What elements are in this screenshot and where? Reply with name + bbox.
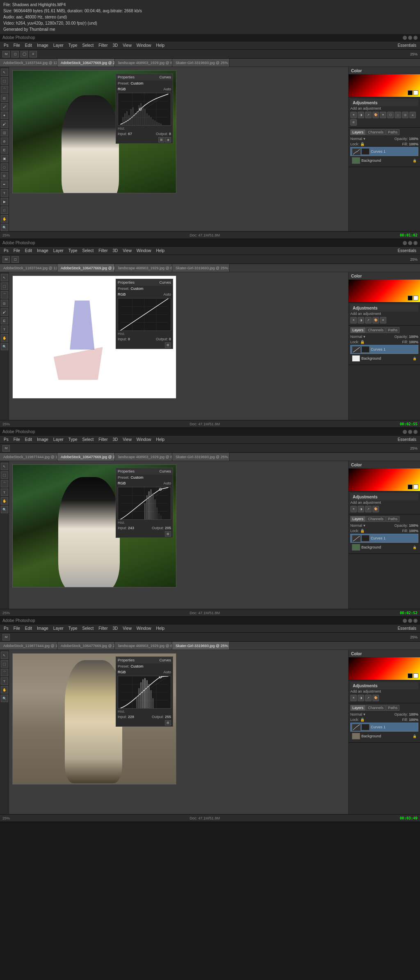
menu-help-2[interactable]: Help — [154, 248, 167, 253]
tab-4-0[interactable]: AdobeStock_119877444.jpg @ 12.5% (Curves… — [0, 642, 57, 650]
tool-4-5[interactable]: ✋ — [1, 686, 8, 693]
maximize-btn-1[interactable]: □ — [408, 36, 412, 40]
max-4[interactable]: □ — [408, 619, 412, 623]
tool-type[interactable]: T — [1, 189, 8, 197]
blend-mode-1[interactable]: Normal ▾ — [350, 137, 365, 141]
channel-label-1[interactable]: RGB — [118, 87, 126, 91]
tool-dodge[interactable]: ⊙ — [1, 172, 8, 179]
blend-4[interactable]: Normal ▾ — [350, 712, 365, 716]
tab-4-1[interactable]: AdobeStock_106477669.jpg @ 25% (Curves 1… — [57, 642, 115, 650]
menu-image-2[interactable]: Image — [35, 248, 50, 253]
tool-shape[interactable]: □ — [1, 207, 8, 214]
tool-type-2[interactable]: T — [1, 326, 8, 333]
layers-tab-1[interactable]: Layers — [350, 129, 365, 135]
menu-edit-2[interactable]: Edit — [23, 248, 34, 253]
tool-history[interactable]: ⊘ — [1, 138, 8, 145]
fg-4[interactable] — [408, 673, 413, 678]
menu-image[interactable]: Image — [35, 43, 50, 48]
tool-clone[interactable]: ◫ — [1, 129, 8, 136]
bg-3[interactable] — [413, 484, 418, 489]
tool-hand-2[interactable]: ✋ — [1, 334, 8, 342]
tool-brush-2[interactable]: 🖌 — [1, 308, 8, 316]
menu-3d-2[interactable]: 3D — [111, 248, 120, 253]
adj-4-4[interactable]: 🎨 — [372, 695, 379, 701]
layer-curves-2[interactable]: Curves 1 — [350, 345, 418, 354]
adj-4-2[interactable]: ◑ — [358, 695, 364, 701]
layer-bg-2[interactable]: Background 🔒 — [350, 354, 418, 363]
minimize-btn-1[interactable]: _ — [403, 36, 407, 40]
menu-filter[interactable]: Filter — [96, 43, 110, 48]
adj-h-2[interactable]: 🎨 — [372, 317, 379, 324]
menu-3d[interactable]: 3D — [111, 43, 120, 48]
tool-3-1[interactable]: ↖ — [1, 463, 8, 470]
adj-b-2[interactable]: ☀ — [350, 317, 357, 324]
tool-gradient[interactable]: ▣ — [1, 155, 8, 162]
fg-3[interactable] — [408, 484, 413, 489]
tool-brush[interactable]: 🖌 — [1, 120, 8, 128]
tool-crop-2[interactable]: ⊡ — [1, 300, 8, 307]
adj-3-2[interactable]: ◑ — [358, 506, 364, 512]
min-3[interactable]: _ — [403, 430, 407, 434]
layer-bg-3[interactable]: Background 🔒 — [350, 543, 418, 552]
menu-filter-2[interactable]: Filter — [96, 248, 110, 253]
bg-swatch-1[interactable] — [413, 90, 418, 95]
channels-3[interactable]: Channels — [366, 516, 386, 522]
menu-select-2[interactable]: Select — [80, 248, 96, 253]
adj-3-4[interactable]: 🎨 — [372, 506, 379, 512]
paths-tab-1[interactable]: Paths — [386, 129, 399, 135]
layers-tab-active-2[interactable]: Layers — [350, 327, 365, 333]
blend-3[interactable]: Normal ▾ — [350, 523, 365, 528]
tab-1-1[interactable]: AdobeStock_106477669.jpg @ 25% (Curves 1… — [57, 59, 115, 67]
maximize-btn-2[interactable]: □ — [408, 241, 412, 245]
close-3[interactable]: × — [413, 430, 418, 434]
clip-btn-1[interactable]: ⊠ — [158, 137, 164, 142]
adj-4-3[interactable]: ↗ — [365, 695, 372, 701]
layer-bg-4[interactable]: Background 🔒 — [350, 732, 418, 741]
tool-rect-2[interactable]: ⬚ — [1, 282, 8, 290]
menu-window-2[interactable]: Window — [135, 248, 153, 253]
tab-4-2[interactable]: landscape 468903_1929.jpg @ 66.7% (Curve… — [115, 642, 172, 650]
clip-btn-2[interactable]: ⊠ — [165, 342, 171, 348]
layer-curves-4[interactable]: Curves 1 — [350, 723, 418, 732]
tool-path-select[interactable]: ▶ — [1, 198, 8, 205]
tab-2-3[interactable]: Skater-Girl-3319693.jpg @ 25% (Curves 1,… — [172, 264, 230, 272]
layer-item-curves-1[interactable]: Curves 1 — [350, 147, 418, 156]
adj-3-1[interactable]: ☀ — [350, 506, 357, 512]
menu-file[interactable]: File — [11, 43, 22, 48]
channels-tab-2[interactable]: Channels — [366, 327, 386, 333]
min-4[interactable]: _ — [403, 619, 407, 623]
tool-btn-2[interactable]: ◻ — [11, 51, 19, 57]
adj-colorbalance[interactable]: ⬡ — [387, 112, 394, 118]
tool-lasso-2[interactable]: ⌒ — [1, 291, 8, 298]
adj-photofilter[interactable]: ◎ — [402, 112, 409, 118]
adj-bw[interactable]: □ — [395, 112, 401, 118]
tool-rect-select[interactable]: ⬚ — [1, 77, 8, 85]
tool-zoom[interactable]: 🔍 — [1, 224, 8, 231]
close-btn-2[interactable]: × — [413, 241, 418, 245]
menu-select[interactable]: Select — [80, 43, 96, 48]
tab-3-0[interactable]: AdobeStock_119877444.jpg @ 12.5% (Curves… — [0, 453, 57, 461]
menu-type-2[interactable]: Type — [66, 248, 80, 253]
layer-item-bg-1[interactable]: Background 🔒 — [350, 156, 418, 165]
clip-btn-3[interactable]: ⊠ — [165, 531, 171, 537]
bg-swatch-2[interactable] — [413, 296, 418, 301]
tool-heal[interactable]: ✦ — [1, 112, 8, 119]
tool-zoom-2[interactable]: 🔍 — [1, 343, 8, 350]
adj-4-1[interactable]: ☀ — [350, 695, 357, 701]
tool-move[interactable]: ↖ — [1, 69, 8, 76]
tab-1-2[interactable]: landscape 468903_1929.jpg @ 66.7% (Curve… — [115, 59, 172, 67]
menu-view-2[interactable]: View — [121, 248, 134, 253]
tool-3-6[interactable]: 🔍 — [1, 506, 8, 513]
tool-4-4[interactable]: T — [1, 677, 8, 685]
tool-3-3[interactable]: ⌒ — [1, 480, 8, 487]
tool-4-6[interactable]: 🔍 — [1, 695, 8, 702]
tab-1-3[interactable]: Skater-Girl-3319693.jpg @ 25% (Curves 1,… — [172, 59, 230, 67]
adj-c-2[interactable]: ◑ — [358, 317, 364, 324]
tool-3-4[interactable]: T — [1, 489, 8, 496]
tool-crop[interactable]: ⊡ — [1, 94, 8, 102]
tool-eraser[interactable]: ⊏ — [1, 146, 8, 154]
adj-channelmix[interactable]: ≡ — [409, 112, 416, 118]
layers-tab-3[interactable]: Layers — [350, 516, 365, 522]
menu-file-2[interactable]: File — [11, 248, 22, 253]
adj-curves[interactable]: ↗ — [365, 112, 372, 118]
